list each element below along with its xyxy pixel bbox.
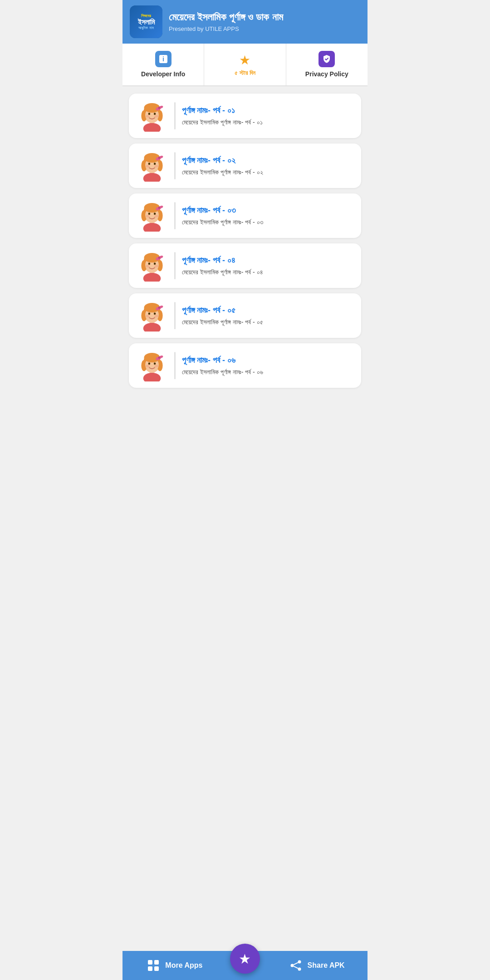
- svg-point-72: [146, 315, 150, 317]
- item-text-block: পূর্ণাঙ্গ নামঃ- পর্ব - ০৫ মেয়েদের ইসলাম…: [182, 305, 354, 327]
- girl-avatar: [136, 250, 168, 282]
- item-title: পূর্ণাঙ্গ নামঃ- পর্ব - ০৬: [182, 355, 354, 366]
- girl-avatar: [136, 350, 168, 381]
- svg-point-86: [154, 362, 156, 365]
- girl-avatar: [136, 300, 168, 332]
- svg-point-87: [146, 365, 150, 367]
- svg-point-61: [158, 257, 160, 259]
- svg-point-43: [154, 215, 158, 217]
- svg-point-88: [154, 365, 158, 367]
- svg-point-12: [146, 115, 150, 117]
- list-item[interactable]: পূর্ণাঙ্গ নামঃ- পর্ব - ০৪ মেয়েদের ইসলাম…: [129, 243, 361, 288]
- star-rating: ★ ৫ স্টার দিন: [235, 53, 255, 77]
- list-item[interactable]: পূর্ণাঙ্গ নামঃ- পর্ব - ০৬ মেয়েদের ইসলাম…: [129, 343, 361, 388]
- svg-point-27: [146, 165, 150, 167]
- item-title: পূর্ণাঙ্গ নামঃ- পর্ব - ০৪: [182, 255, 354, 266]
- item-text-block: পূর্ণাঙ্গ নামঃ- পর্ব - ০৩ মেয়েদের ইসলাম…: [182, 205, 354, 227]
- svg-point-31: [158, 157, 160, 159]
- item-title: পূর্ণাঙ্গ নামঃ- পর্ব - ০৩: [182, 205, 354, 216]
- list-item[interactable]: পূর্ণাঙ্গ নামঃ- পর্ব - ০২ মেয়েদের ইসলাম…: [129, 144, 361, 188]
- star-icon: ★: [239, 53, 250, 68]
- svg-point-46: [158, 207, 160, 209]
- divider-line: [174, 102, 176, 129]
- item-subtitle: মেয়েদের ইসলামিক পূর্ণাঙ্গ নামঃ- পর্ব - …: [182, 368, 354, 377]
- svg-point-73: [154, 315, 158, 317]
- svg-point-2: [143, 123, 161, 132]
- svg-point-91: [158, 357, 160, 359]
- svg-point-42: [146, 215, 150, 217]
- item-subtitle: মেয়েদের ইসলামিক পূর্ণাঙ্গ নামঃ- পর্ব - …: [182, 318, 354, 327]
- divider-line: [174, 252, 176, 279]
- item-subtitle: মেয়েদের ইসলামিক পূর্ণাঙ্গ নামঃ- পর্ব - …: [182, 168, 354, 177]
- svg-point-10: [148, 113, 150, 115]
- developer-label: Developer Info: [141, 70, 185, 78]
- content-list: পূর্ণাঙ্গ নামঃ- পর্ব - ০১ মেয়েদের ইসলাম…: [122, 86, 368, 395]
- toolbar: i Developer Info ★ ৫ স্টার দিন Privacy P…: [122, 44, 368, 86]
- divider-line: [174, 352, 176, 379]
- svg-point-32: [143, 223, 161, 232]
- info-icon: i: [155, 51, 172, 67]
- star-label: ৫ স্টার দিন: [235, 69, 255, 77]
- list-item[interactable]: পূর্ণাঙ্গ নামঃ- পর্ব - ০১ মেয়েদের ইসলাম…: [129, 94, 361, 138]
- svg-point-28: [154, 165, 158, 167]
- item-title: পূর্ণাঙ্গ নামঃ- পর্ব - ০২: [182, 155, 354, 166]
- svg-point-57: [146, 265, 150, 267]
- svg-text:i: i: [162, 55, 164, 63]
- svg-point-71: [154, 312, 156, 315]
- privacy-policy-button[interactable]: Privacy Policy: [286, 44, 368, 85]
- item-title: পূর্ণাঙ্গ নামঃ- পর্ব - ০৫: [182, 305, 354, 316]
- item-subtitle: মেয়েদের ইসলামিক পূর্ণাঙ্গ নামঃ- পর্ব - …: [182, 218, 354, 227]
- girl-avatar: [136, 100, 168, 132]
- list-item[interactable]: পূর্ণাঙ্গ নামঃ- পর্ব - ০৫ মেয়েদের ইসলাম…: [129, 293, 361, 338]
- svg-point-62: [143, 323, 161, 332]
- app-header: শিশুদের ইসলামি আধুনিক নাম মেয়েদের ইসলাম…: [122, 0, 368, 44]
- shield-icon: [318, 51, 335, 67]
- item-text-block: পূর্ণাঙ্গ নামঃ- পর্ব - ০৬ মেয়েদের ইসলাম…: [182, 355, 354, 377]
- item-subtitle: মেয়েদের ইসলামিক পূর্ণাঙ্গ নামঃ- পর্ব - …: [182, 268, 354, 277]
- star-rating-button[interactable]: ★ ৫ স্টার দিন: [204, 44, 286, 85]
- svg-point-77: [143, 373, 161, 381]
- divider-line: [174, 202, 176, 229]
- svg-point-70: [148, 312, 150, 315]
- svg-point-11: [154, 113, 156, 115]
- item-text-block: পূর্ণাঙ্গ নামঃ- পর্ব - ০৪ মেয়েদের ইসলাম…: [182, 255, 354, 277]
- svg-point-26: [154, 163, 156, 165]
- developer-info-button[interactable]: i Developer Info: [122, 44, 204, 85]
- svg-point-56: [154, 262, 156, 265]
- svg-point-76: [158, 307, 160, 309]
- divider-line: [174, 152, 176, 179]
- svg-point-85: [148, 362, 150, 365]
- header-title: মেয়েদের ইসলামিক পূর্ণাঙ্গ ও ডাক নাম: [169, 11, 360, 23]
- list-item[interactable]: পূর্ণাঙ্গ নামঃ- পর্ব - ০৩ মেয়েদের ইসলাম…: [129, 193, 361, 238]
- item-text-block: পূর্ণাঙ্গ নামঃ- পর্ব - ০১ মেয়েদের ইসলাম…: [182, 105, 354, 127]
- svg-point-17: [143, 173, 161, 182]
- divider-line: [174, 302, 176, 329]
- svg-point-16: [158, 107, 160, 109]
- bottom-spacer: [122, 395, 368, 450]
- svg-point-13: [154, 115, 158, 117]
- svg-point-40: [148, 213, 150, 215]
- item-title: পূর্ণাঙ্গ নামঃ- পর্ব - ০১: [182, 105, 354, 116]
- item-text-block: পূর্ণাঙ্গ নামঃ- পর্ব - ০২ মেয়েদের ইসলাম…: [182, 155, 354, 177]
- svg-point-55: [148, 262, 150, 265]
- svg-point-41: [154, 213, 156, 215]
- girl-avatar: [136, 150, 168, 182]
- svg-point-58: [154, 265, 158, 267]
- header-text-block: মেয়েদের ইসলামিক পূর্ণাঙ্গ ও ডাক নাম Pre…: [169, 11, 360, 32]
- svg-point-47: [143, 273, 161, 282]
- header-subtitle: Presented by UTILE APPS: [169, 25, 360, 32]
- privacy-label: Privacy Policy: [305, 70, 348, 78]
- item-subtitle: মেয়েদের ইসলামিক পূর্ণাঙ্গ নামঃ- পর্ব - …: [182, 118, 354, 127]
- girl-avatar: [136, 200, 168, 232]
- svg-point-25: [148, 163, 150, 165]
- app-logo: শিশুদের ইসলামি আধুনিক নাম: [130, 5, 162, 38]
